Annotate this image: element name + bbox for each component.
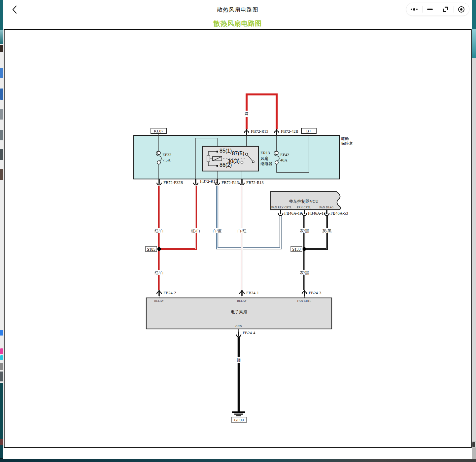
- wire-color-label: 白/蓝: [213, 229, 221, 233]
- taskbar-fragment: [0, 383, 3, 439]
- connector-label: FB46A-53: [330, 211, 348, 216]
- ground-label: GF09: [234, 418, 244, 422]
- fuse-box-label-1: 前舱: [341, 136, 349, 141]
- wire-color-label: 红/白: [154, 270, 163, 275]
- red-wire-color-label: 红: [244, 112, 249, 116]
- vcu-module: 整车控制器VCU FAN RLY CRTL FAN CRTL FAN DIAG: [271, 192, 341, 210]
- connector-label: FB24-2: [163, 291, 176, 295]
- taskbar-fragment: [0, 330, 3, 336]
- vcu-pin-2: FAN CRTL: [297, 206, 311, 209]
- connector-label: FB24-4: [243, 331, 255, 335]
- wire-color-label: 灰/黑: [322, 229, 331, 233]
- diagram-title: 散热风扇电路图: [3, 19, 472, 28]
- taskbar-fragment: [0, 0, 3, 30]
- window-capsule: [406, 3, 469, 16]
- fan-module: 电子风扇 RELAY RELAY FAN CRTL GND: [146, 298, 332, 329]
- kl87-terminal-label: KL87: [154, 129, 163, 133]
- taskbar-fragment: [0, 169, 3, 180]
- relay-name-2: 继电器: [260, 161, 272, 166]
- screen: 散热风扇电路图 散热风扇电路图 前舱 保险盒 KL87 B+: [0, 0, 476, 462]
- more-button[interactable]: [406, 3, 422, 16]
- wiring-diagram-canvas[interactable]: 前舱 保险盒 KL87 B+: [4, 29, 472, 448]
- fuse-ef42-id: EF42: [280, 153, 289, 157]
- page-title: 散热风扇电路图: [3, 6, 472, 14]
- fan-pin-2: RELAY: [237, 299, 247, 302]
- connector-label: FB72-F32B: [163, 180, 183, 185]
- relay-pin-30-label: 30(3): [227, 159, 240, 164]
- connector-label: FB72-42B: [281, 129, 298, 134]
- fan-pin-gnd: GND: [235, 325, 242, 328]
- taskbar-fragment: [0, 149, 3, 160]
- restore-button[interactable]: [438, 3, 454, 16]
- desktop-fragment: [472, 442, 476, 442]
- splice-label: S185: [147, 247, 155, 252]
- relay-id: ER13: [260, 151, 270, 155]
- connector-label: FB46A-14: [308, 211, 326, 216]
- taskbar-fragment: [0, 372, 3, 381]
- taskbar-fragment: [0, 348, 3, 354]
- splice-label: S133: [292, 247, 301, 252]
- vcu-title: 整车控制器VCU: [289, 199, 319, 204]
- taskbar-fragment: [0, 445, 3, 458]
- app-window: 散热风扇电路图 散热风扇电路图 前舱 保险盒 KL87 B+: [3, 0, 472, 459]
- fan-pin-3: FAN CRTL: [297, 299, 312, 302]
- taskbar-fragment: [0, 363, 3, 370]
- more-icon: [411, 8, 418, 11]
- wire-color-label: 红/白: [154, 229, 163, 233]
- restore-icon: [443, 7, 448, 12]
- fuse-ef32-rating: 7.5A: [162, 158, 171, 162]
- wire-color-label: 红/白: [191, 229, 200, 233]
- connector-label: FB72-R13: [251, 129, 268, 134]
- relay-name-1: 风扇: [260, 156, 268, 161]
- fuse-ef42-rating: 40A: [280, 158, 288, 162]
- fan-pin-1: RELAY: [154, 299, 164, 302]
- taskbar-fragment: [0, 439, 3, 445]
- vcu-pin-3: FAN DIAG: [320, 206, 334, 209]
- taskbar-fragment: [0, 355, 3, 360]
- desktop-fragment: [472, 447, 476, 459]
- connector-label: FB24-1: [246, 291, 259, 295]
- minimize-icon: [427, 9, 433, 10]
- desktop-fragment: [472, 442, 475, 447]
- fuse-ef32-id: EF32: [162, 153, 171, 157]
- desktop-bottom-bar: [0, 459, 476, 462]
- fan-title: 电子风扇: [231, 310, 247, 314]
- taskbar-fragment: [0, 68, 3, 78]
- connector-label: FB72-R13: [246, 180, 264, 185]
- wire-color-label: 灰/黑: [300, 229, 309, 233]
- desktop-right-strip: [472, 0, 476, 462]
- minimize-button[interactable]: [422, 3, 438, 16]
- black-wire-color-label: 黑: [236, 358, 241, 362]
- record-icon: [458, 6, 464, 13]
- relay-pin-85-label: 85(1): [220, 148, 232, 154]
- fuse-box: 前舱 保险盒 KL87 B+: [134, 128, 353, 179]
- taskbar-fragment: [0, 130, 3, 140]
- connector-label: FB46A-19: [284, 211, 302, 216]
- app-header: 散热风扇电路图: [3, 0, 472, 18]
- vcu-pin-1: FAN RLY CRTL: [271, 206, 292, 209]
- desktop-fragment: [472, 29, 476, 58]
- taskbar-fragment: [0, 109, 3, 120]
- taskbar-fragment: [0, 45, 3, 52]
- record-button[interactable]: [454, 3, 469, 16]
- wire-color-label: 白/红: [237, 229, 246, 233]
- connector-label: FB72-R13: [221, 180, 239, 185]
- desktop-fragment: [472, 0, 476, 29]
- taskbar-fragment: [0, 30, 3, 44]
- relay-pin-87-label: 87(5): [232, 151, 244, 156]
- fuse-box-label-2: 保险盒: [341, 141, 353, 146]
- desktop-left-strip: [0, 0, 3, 462]
- taskbar-fragment: [0, 89, 3, 100]
- connector-label: FB24-3: [309, 291, 321, 295]
- wire-color-label: 灰/黑: [300, 270, 309, 275]
- bplus-terminal-label: B+: [306, 129, 311, 133]
